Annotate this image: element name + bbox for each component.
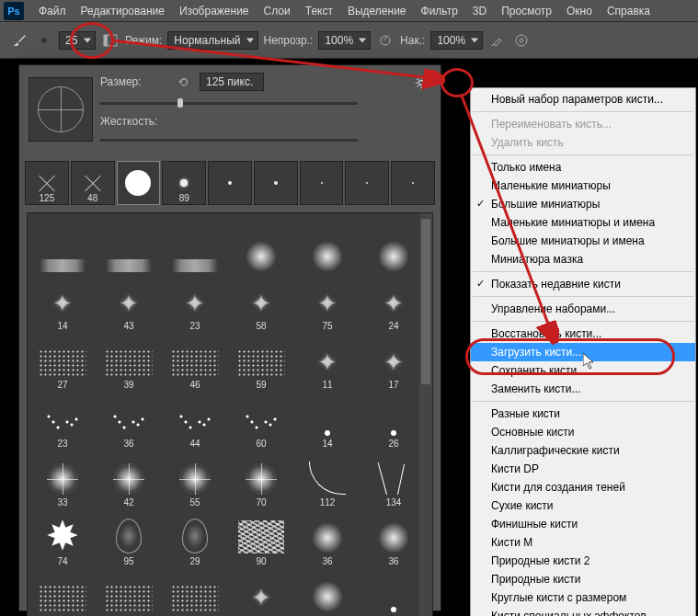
brush-preset[interactable]: ✦11	[296, 335, 359, 390]
context-menu-item[interactable]: Кисти M	[471, 533, 695, 552]
brush-preset[interactable]: 90	[230, 511, 292, 566]
context-menu-item[interactable]: Только имена	[471, 158, 695, 177]
brush-preset[interactable]	[164, 217, 226, 272]
brush-preset[interactable]: ✦58	[230, 276, 292, 331]
menu-item[interactable]: Фильтр	[414, 1, 465, 21]
recent-brush[interactable]	[391, 161, 435, 205]
panel-menu-button[interactable]	[415, 74, 435, 91]
menu-item[interactable]: Выделение	[340, 1, 414, 21]
brush-preset[interactable]: 39	[97, 335, 160, 390]
recent-brush[interactable]	[300, 161, 344, 205]
recent-brush[interactable]	[208, 161, 252, 205]
pressure-opacity-icon[interactable]	[376, 31, 395, 50]
brush-preset[interactable]: 33	[31, 452, 94, 508]
brush-preset[interactable]: 95	[97, 511, 160, 566]
context-menu-item[interactable]: Финишные кисти	[471, 515, 695, 533]
menu-item[interactable]: Окно	[559, 1, 600, 21]
flow-input[interactable]: 100%	[430, 31, 483, 50]
context-menu-item[interactable]: Основные кисти	[471, 423, 695, 441]
size-slider[interactable]	[100, 97, 358, 109]
brush-preset[interactable]: 44	[164, 394, 226, 449]
brush-preset[interactable]	[97, 217, 160, 272]
context-menu-item[interactable]: Большие миниатюры и имена	[471, 232, 695, 250]
brush-preset[interactable]	[296, 217, 359, 272]
brush-preset[interactable]: ✦24	[362, 276, 425, 331]
brush-preset[interactable]: 66	[164, 570, 226, 616]
recent-brush[interactable]	[117, 161, 161, 205]
recent-brush[interactable]	[254, 161, 298, 205]
size-input[interactable]	[200, 73, 264, 91]
context-menu-item[interactable]: Новый набор параметров кисти...	[471, 90, 695, 108]
brush-preset[interactable]: ✦43	[97, 276, 160, 331]
brush-preset[interactable]: 27	[31, 335, 94, 390]
context-menu-item[interactable]: Маленькие миниатюры и имена	[471, 213, 695, 232]
brush-preset[interactable]: 63	[296, 570, 359, 616]
menu-item[interactable]: Текст	[298, 1, 340, 21]
brush-preset[interactable]	[362, 217, 425, 272]
context-menu-item[interactable]: Сухие кисти	[471, 496, 695, 515]
brush-preset[interactable]: 36	[362, 511, 425, 566]
recent-brush[interactable]: 48	[71, 161, 115, 205]
brush-preset[interactable]: ✦75	[296, 276, 359, 331]
context-menu-item[interactable]: Миниатюра мазка	[471, 250, 695, 268]
context-menu-item[interactable]: Загрузить кисти...	[471, 343, 695, 361]
brush-preset[interactable]: ✦17	[362, 335, 425, 390]
brush-panel-toggle-icon[interactable]	[101, 31, 120, 50]
brush-preset[interactable]: 134	[362, 452, 425, 508]
context-menu-item[interactable]: Кисти специальных эффектов	[471, 607, 695, 616]
context-menu-item[interactable]: Заменить кисти...	[471, 380, 695, 398]
menu-item[interactable]: Просмотр	[494, 1, 559, 21]
brush-preset[interactable]: ✦23	[164, 276, 226, 331]
context-menu-item[interactable]: Кисти для создания теней	[471, 478, 695, 496]
brush-preset[interactable]: 36	[97, 394, 160, 449]
brush-grid-scrollbar[interactable]	[419, 213, 432, 616]
brush-preset[interactable]: 112	[296, 452, 359, 508]
context-menu-item[interactable]: Восстановить кисти...	[471, 325, 695, 343]
recent-brush[interactable]	[345, 161, 389, 205]
brush-preset[interactable]: 70	[230, 452, 292, 508]
brush-preset[interactable]: 29	[164, 511, 226, 566]
brush-preset[interactable]: ✦39	[230, 570, 292, 616]
brush-preset[interactable]: 26	[362, 394, 425, 449]
brush-preset[interactable]: 59	[230, 335, 292, 390]
context-menu-item[interactable]: Разные кисти	[471, 405, 695, 423]
brush-preset[interactable]	[31, 217, 94, 272]
context-menu-item[interactable]: Сохранить кисти...	[471, 361, 695, 380]
context-menu-item[interactable]: Природные кисти 2	[471, 552, 695, 570]
context-menu-item[interactable]: Управление наборами...	[471, 300, 695, 318]
menu-item[interactable]: Справка	[600, 1, 658, 21]
brush-preset[interactable]: 42	[97, 452, 160, 508]
opacity-input[interactable]: 100%	[318, 31, 371, 50]
brush-size-selector[interactable]: 25	[59, 31, 96, 50]
brush-preset[interactable]: 11	[362, 570, 425, 616]
brush-preset[interactable]: ✦14	[31, 276, 94, 331]
airbrush-icon[interactable]	[488, 31, 507, 50]
brush-angle-preview[interactable]	[29, 77, 93, 142]
hardness-slider[interactable]	[100, 133, 358, 146]
context-menu-item[interactable]: Круглые кисти с размером	[471, 588, 695, 607]
menu-item[interactable]: Редактирование	[74, 1, 172, 21]
context-menu-item[interactable]: Кисти DP	[471, 460, 695, 478]
menu-item[interactable]: Изображение	[172, 1, 257, 21]
brush-preset[interactable]: 33	[31, 570, 94, 616]
brush-preset[interactable]: 55	[164, 452, 226, 508]
brush-preset[interactable]: 74	[31, 511, 94, 566]
recent-brush[interactable]: 89	[162, 161, 206, 205]
menu-item[interactable]: 3D	[465, 1, 494, 21]
context-menu-item[interactable]: Маленькие миниатюры	[471, 177, 695, 195]
blend-mode-selector[interactable]: Нормальный	[167, 31, 257, 50]
brush-preset[interactable]: 14	[296, 394, 359, 449]
recent-brush[interactable]: 125	[25, 161, 69, 205]
context-menu-item[interactable]: Каллиграфические кисти	[471, 441, 695, 460]
brush-preset-icon[interactable]	[35, 31, 53, 50]
reset-size-icon[interactable]	[176, 74, 192, 89]
brush-preset[interactable]: 60	[230, 394, 292, 449]
brush-preset[interactable]	[230, 217, 292, 272]
context-menu-item[interactable]: Большие миниатюры	[471, 195, 695, 213]
context-menu-item[interactable]: Показать недавние кисти	[471, 275, 695, 293]
menu-item[interactable]: Слои	[257, 1, 298, 21]
menu-item[interactable]: Файл	[31, 1, 74, 21]
brush-preset[interactable]: 36	[296, 511, 359, 566]
brush-preset[interactable]: 63	[97, 570, 160, 616]
context-menu-item[interactable]: Природные кисти	[471, 570, 695, 588]
